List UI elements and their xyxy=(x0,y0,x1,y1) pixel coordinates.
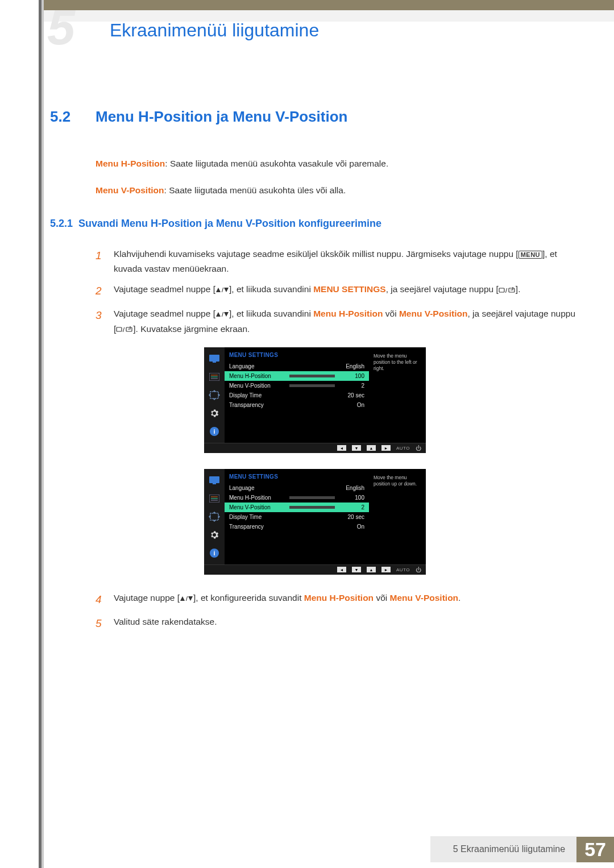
power-icon: ⏻ xyxy=(416,445,421,451)
step-text: või xyxy=(374,593,389,603)
step-num: 2 xyxy=(96,282,103,300)
osd-row-transparency: TransparencyOn xyxy=(225,522,369,531)
osd-screenshot-vpos: i MENU SETTINGS LanguageEnglish Menu H-P… xyxy=(204,469,426,564)
osd-value: On xyxy=(338,524,364,530)
svg-marker-38 xyxy=(180,596,185,601)
osd-row-hposition-selected: Menu H-Position100 xyxy=(225,371,369,381)
osd-row-displaytime: Display Time20 sec xyxy=(225,391,369,400)
osd-row-hposition: Menu H-Position100 xyxy=(225,493,369,502)
osd-row-vposition-selected: Menu V-Position2 xyxy=(225,502,369,512)
list-icon xyxy=(208,493,221,504)
up-down-icon: / xyxy=(180,591,193,605)
subsection-title: Suvandi Menu H-Position ja Menu V-Positi… xyxy=(78,218,381,229)
section-heading: 5.2Menu H-Position ja Menu V-Position xyxy=(50,108,580,126)
svg-marker-35 xyxy=(218,515,220,518)
svg-rect-25 xyxy=(209,476,219,483)
osd-label: Language xyxy=(229,363,286,369)
osd-value: 2 xyxy=(338,383,364,389)
step-text: Valitud säte rakendatakse. xyxy=(114,617,217,626)
osd-label: Language xyxy=(229,485,286,491)
osd-screenshot-hpos: i MENU SETTINGS LanguageEnglish Menu H-P… xyxy=(204,347,426,443)
up-down-icon: / xyxy=(215,283,229,297)
intro-v-label: Menu V-Position xyxy=(96,185,164,195)
gear-icon xyxy=(208,529,221,541)
step-5: 5 Valitud säte rakendatakse. xyxy=(96,614,580,633)
svg-rect-31 xyxy=(210,513,218,520)
highlight: Menu V-Position xyxy=(390,593,459,603)
up-icon: ▲ xyxy=(367,445,376,451)
size-icon xyxy=(208,389,221,401)
right-icon: ► xyxy=(381,445,391,451)
intro-h-text: : Saate liigutada menüü asukohta vasakul… xyxy=(165,159,388,168)
source-enter-icon: / xyxy=(499,283,516,297)
osd-title: MENU SETTINGS xyxy=(225,474,369,483)
step-text: Vajutage seadmel nuppe [ xyxy=(114,284,215,294)
highlight: Menu V-Position xyxy=(399,309,468,318)
osd-label: Display Time xyxy=(229,392,286,398)
down-icon: ▼ xyxy=(352,445,361,451)
page-footer: 5 Ekraanimenüü liigutamine 57 xyxy=(430,836,614,862)
step-num: 1 xyxy=(96,247,103,277)
svg-marker-0 xyxy=(216,288,221,292)
osd-label: Menu H-Position xyxy=(229,373,286,379)
footer-text: 5 Ekraanimenüü liigutamine xyxy=(430,836,576,862)
left-icon: ◄ xyxy=(337,445,346,451)
intro-h-label: Menu H-Position xyxy=(96,159,165,168)
info-icon: i xyxy=(208,426,221,437)
svg-marker-34 xyxy=(209,515,210,518)
picture-icon xyxy=(208,475,221,486)
svg-text:i: i xyxy=(213,428,215,435)
auto-label: AUTO xyxy=(396,446,410,451)
svg-text:/: / xyxy=(186,596,188,602)
step-3: 3 Vajutage seadmel nuppe [/], et liikuda… xyxy=(96,306,580,337)
step-text: Vajutage seadmel nuppe [ xyxy=(114,309,215,318)
svg-marker-32 xyxy=(213,512,216,513)
step-text: ], et liikuda suvandini xyxy=(229,309,313,318)
left-icon: ◄ xyxy=(337,567,346,572)
osd-slider xyxy=(289,384,335,387)
osd-label: Menu V-Position xyxy=(229,504,286,510)
up-down-icon: / xyxy=(215,306,229,321)
step-text: , ja seejärel vajutage nuppu [ xyxy=(386,284,499,294)
osd-sidebar: i xyxy=(204,347,225,443)
source-enter-icon: / xyxy=(116,322,133,337)
osd-value: 100 xyxy=(338,495,364,501)
svg-rect-18 xyxy=(210,392,218,398)
intro-v-position: Menu V-Position: Saate liigutada menüü a… xyxy=(96,184,580,198)
svg-marker-33 xyxy=(213,520,216,522)
highlight: Menu H-Position xyxy=(313,309,383,318)
svg-rect-13 xyxy=(213,362,216,363)
header-band xyxy=(39,0,614,10)
intro-v-text: : Saate liigutada menüü asukohta üles võ… xyxy=(164,185,346,195)
info-icon: i xyxy=(208,547,221,559)
svg-rect-9 xyxy=(117,327,122,331)
svg-marker-19 xyxy=(213,390,216,392)
svg-marker-6 xyxy=(216,312,221,317)
svg-text:/: / xyxy=(222,287,224,293)
osd-slider xyxy=(289,506,335,509)
auto-label: AUTO xyxy=(396,567,410,572)
subsection-heading: 5.2.1 Suvandi Menu H-Position ja Menu V-… xyxy=(50,218,580,230)
section-number: 5.2 xyxy=(50,108,96,126)
osd-row-transparency: TransparencyOn xyxy=(225,400,369,410)
svg-rect-3 xyxy=(499,288,504,292)
gear-icon xyxy=(208,408,221,419)
osd-help-text: Move the menu position to the left or ri… xyxy=(369,347,426,443)
list-icon xyxy=(208,371,221,383)
step-text: ], et liikuda suvandini xyxy=(229,284,313,294)
osd-value: On xyxy=(338,402,364,408)
svg-text:/: / xyxy=(222,312,224,318)
chapter-title: Ekraanimenüü liigutamine xyxy=(110,20,319,41)
step-text: Vajutage nuppe [ xyxy=(114,593,180,603)
step-text: või xyxy=(383,309,399,318)
svg-marker-21 xyxy=(209,393,210,397)
osd-label: Display Time xyxy=(229,514,286,520)
step-text: ]. xyxy=(516,284,521,294)
osd-sidebar: i xyxy=(204,469,225,564)
step-num: 3 xyxy=(96,306,103,337)
osd-value: 20 sec xyxy=(338,392,364,398)
osd-slider xyxy=(289,496,335,499)
osd-value: English xyxy=(338,363,364,369)
power-icon: ⏻ xyxy=(416,567,421,573)
page-number: 57 xyxy=(576,837,614,862)
